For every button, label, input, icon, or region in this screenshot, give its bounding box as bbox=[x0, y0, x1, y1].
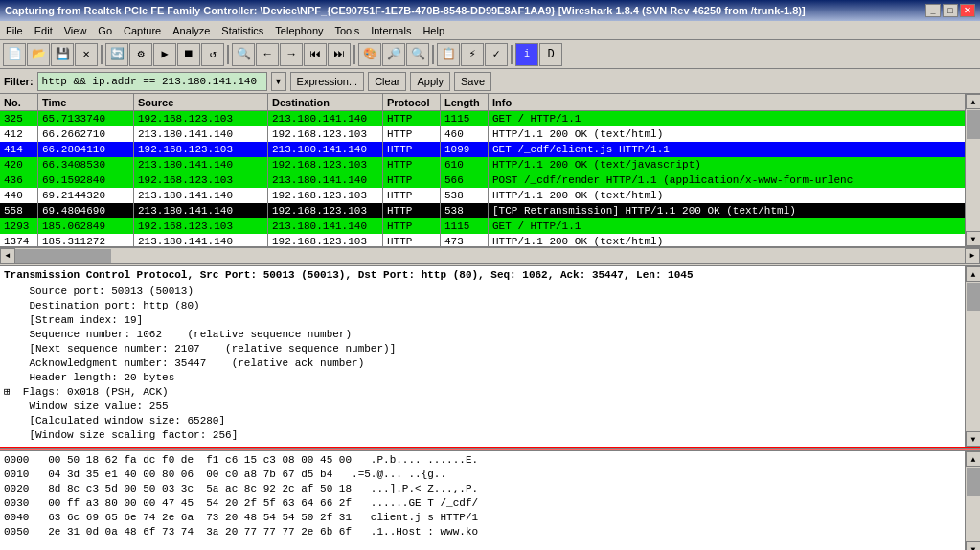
header-source: Source bbox=[134, 94, 268, 110]
colorize-button[interactable]: 🎨 bbox=[358, 43, 381, 66]
table-row[interactable]: 420 66.3408530 213.180.141.140 192.168.1… bbox=[0, 157, 980, 172]
expression-button[interactable]: Expression... bbox=[290, 72, 365, 91]
scroll-track bbox=[966, 109, 980, 231]
menu-item-internals[interactable]: Internals bbox=[365, 24, 417, 37]
find-button[interactable]: 🔍 bbox=[232, 43, 255, 66]
cell-length: 460 bbox=[441, 126, 489, 142]
detail-lines: Source port: 50013 (50013) Destination p… bbox=[4, 285, 976, 443]
menu-item-tools[interactable]: Tools bbox=[330, 24, 366, 37]
detail-line: ⊞ Flags: 0x018 (PSH, ACK) bbox=[4, 385, 976, 400]
filter-dropdown[interactable]: ▼ bbox=[271, 72, 286, 91]
detail-scrollbar[interactable]: ▲ ▼ bbox=[965, 266, 980, 447]
cell-source: 192.168.123.103 bbox=[134, 142, 268, 157]
cell-source: 213.180.141.140 bbox=[134, 126, 268, 142]
menu-item-go[interactable]: Go bbox=[92, 24, 118, 37]
cell-protocol: HTTP bbox=[383, 126, 441, 142]
hex-scroll-down[interactable]: ▼ bbox=[966, 541, 980, 550]
hex-scrollbar[interactable]: ▲ ▼ bbox=[965, 451, 980, 550]
cell-destination: 192.168.123.103 bbox=[268, 188, 383, 203]
detail-separator-text: Transmission Control Protocol, Src Port:… bbox=[4, 269, 694, 281]
clear-button[interactable]: Clear bbox=[368, 72, 406, 91]
menu-item-analyze[interactable]: Analyze bbox=[167, 24, 216, 37]
table-row[interactable]: 436 69.1592840 192.168.123.103 213.180.1… bbox=[0, 172, 980, 188]
menu-item-view[interactable]: View bbox=[58, 24, 93, 37]
apply-button[interactable]: Apply bbox=[410, 72, 450, 91]
menu-item-telephony[interactable]: Telephony bbox=[269, 24, 329, 37]
table-row[interactable]: 558 69.4804690 213.180.141.140 192.168.1… bbox=[0, 203, 980, 218]
cell-no: 325 bbox=[0, 111, 38, 126]
save-filter-button[interactable]: Save bbox=[454, 72, 491, 91]
detail-scroll-thumb[interactable] bbox=[967, 283, 980, 311]
close-button[interactable]: ✕ bbox=[960, 4, 975, 17]
menu-item-capture[interactable]: Capture bbox=[118, 24, 167, 37]
detail-scroll-down[interactable]: ▼ bbox=[966, 431, 980, 447]
restart-button[interactable]: ↺ bbox=[201, 43, 224, 66]
cell-source: 192.168.123.103 bbox=[134, 218, 268, 234]
packet-list-scrollbar[interactable]: ▲ ▼ bbox=[965, 94, 980, 246]
new-capture-button[interactable]: 📄 bbox=[3, 43, 26, 66]
scroll-up-button[interactable]: ▲ bbox=[966, 94, 980, 109]
table-row[interactable]: 1293 185.062849 192.168.123.103 213.180.… bbox=[0, 218, 980, 234]
open-button[interactable]: 📂 bbox=[27, 43, 50, 66]
capture-options-button[interactable]: ⚙ bbox=[129, 43, 152, 66]
hex-row: 0050 2e 31 0d 0a 48 6f 73 74 3a 20 77 77… bbox=[4, 525, 976, 539]
minimize-button[interactable]: _ bbox=[925, 4, 941, 17]
go-back-button[interactable]: ← bbox=[256, 43, 279, 66]
go-first-button[interactable]: ⏮ bbox=[304, 43, 327, 66]
maximize-button[interactable]: □ bbox=[943, 4, 958, 17]
toolbar-separator-1 bbox=[101, 45, 103, 64]
cell-info: HTTP/1.1 200 OK (text/html) bbox=[489, 126, 980, 142]
header-protocol: Protocol bbox=[383, 94, 441, 110]
h-scroll-left[interactable]: ◄ bbox=[0, 248, 15, 264]
filter-input[interactable] bbox=[37, 72, 267, 91]
decode-as-button[interactable]: D bbox=[539, 43, 562, 66]
menu-item-file[interactable]: File bbox=[0, 24, 29, 37]
hex-area: 0000 00 50 18 62 fa dc f0 de f1 c6 15 c3… bbox=[0, 451, 980, 550]
table-row[interactable]: 325 65.7133740 192.168.123.103 213.180.1… bbox=[0, 111, 980, 126]
menu-item-edit[interactable]: Edit bbox=[29, 24, 58, 37]
hex-row: 0020 8d 8c c3 5d 00 50 03 3c 5a ac 8c 92… bbox=[4, 482, 976, 496]
zoom-out-button[interactable]: 🔍 bbox=[406, 43, 429, 66]
go-last-button[interactable]: ⏭ bbox=[328, 43, 351, 66]
cell-info: [TCP Retransmission] HTTP/1.1 200 OK (te… bbox=[489, 203, 980, 218]
toolbar-separator-3 bbox=[353, 45, 355, 64]
cell-time: 69.1592840 bbox=[38, 172, 134, 188]
detail-scroll-up[interactable]: ▲ bbox=[966, 266, 980, 282]
table-row[interactable]: 412 66.2662710 213.180.141.140 192.168.1… bbox=[0, 126, 980, 142]
detail-line: [Window size scaling factor: 256] bbox=[4, 428, 976, 443]
hex-scroll-thumb[interactable] bbox=[967, 468, 980, 496]
start-capture-button[interactable]: ▶ bbox=[153, 43, 176, 66]
hex-scroll-up[interactable]: ▲ bbox=[966, 451, 980, 467]
detail-scroll-track bbox=[966, 282, 980, 431]
header-no: No. bbox=[0, 94, 38, 110]
expert-info-button[interactable]: i bbox=[515, 43, 538, 66]
cell-source: 213.180.141.140 bbox=[134, 234, 268, 247]
cell-protocol: HTTP bbox=[383, 234, 441, 247]
h-scrollbar: ◄ ► bbox=[0, 247, 980, 263]
capture-filter-button[interactable]: 📋 bbox=[437, 43, 460, 66]
go-forward-button[interactable]: → bbox=[280, 43, 303, 66]
zoom-in-button[interactable]: 🔎 bbox=[382, 43, 405, 66]
cell-info: HTTP/1.1 200 OK (text/javascript) bbox=[489, 157, 980, 172]
close-capture-button[interactable]: ✕ bbox=[75, 43, 98, 66]
stop-capture-button[interactable]: ⏹ bbox=[177, 43, 200, 66]
save-button[interactable]: 💾 bbox=[51, 43, 74, 66]
cell-protocol: HTTP bbox=[383, 111, 441, 126]
table-row[interactable]: 440 69.2144320 213.180.141.140 192.168.1… bbox=[0, 188, 980, 203]
table-row[interactable]: 414 66.2804110 192.168.123.103 213.180.1… bbox=[0, 142, 980, 157]
cell-no: 440 bbox=[0, 188, 38, 203]
cell-length: 1099 bbox=[441, 142, 489, 157]
detail-line: [Next sequence number: 2107 (relative se… bbox=[4, 342, 976, 356]
cell-protocol: HTTP bbox=[383, 142, 441, 157]
menu-item-help[interactable]: Help bbox=[417, 24, 450, 37]
table-row[interactable]: 1374 185.311272 213.180.141.140 192.168.… bbox=[0, 234, 980, 247]
prepare-filter-button[interactable]: ⚡ bbox=[461, 43, 484, 66]
apply-filter-button[interactable]: ✓ bbox=[485, 43, 508, 66]
scroll-down-button[interactable]: ▼ bbox=[966, 231, 980, 246]
menu-item-statistics[interactable]: Statistics bbox=[216, 24, 269, 37]
h-scroll-right[interactable]: ► bbox=[965, 248, 980, 264]
h-scroll-thumb[interactable] bbox=[15, 249, 111, 263]
detail-line: Header length: 20 bytes bbox=[4, 371, 976, 385]
scroll-thumb[interactable] bbox=[967, 110, 980, 139]
reload-button[interactable]: 🔄 bbox=[105, 43, 128, 66]
